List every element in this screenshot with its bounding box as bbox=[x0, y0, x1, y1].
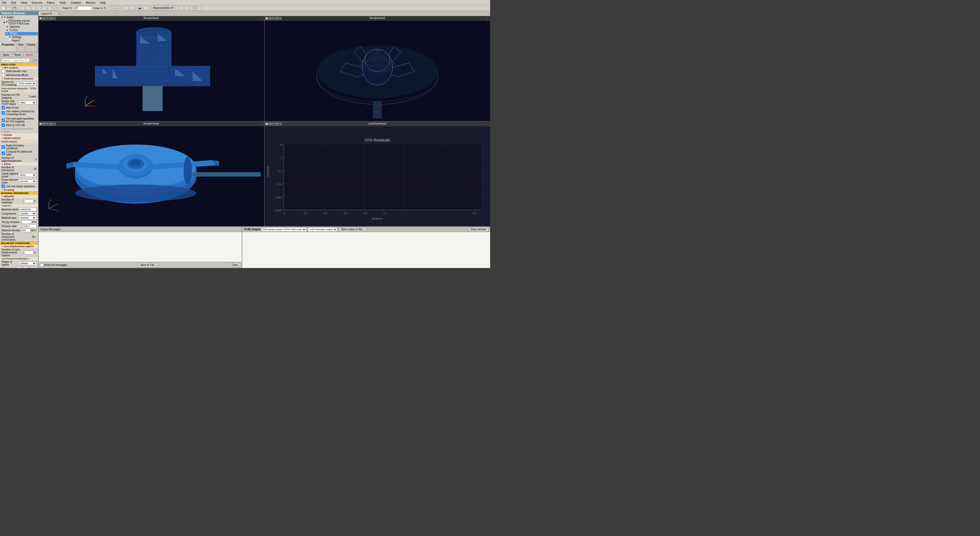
remove-connection-btn[interactable]: - bbox=[35, 235, 37, 239]
prev-btn[interactable]: ◀ bbox=[31, 6, 36, 10]
deformed-solid-checkbox[interactable] bbox=[2, 152, 5, 155]
apply-button[interactable]: Apply bbox=[1, 52, 11, 57]
save-btn[interactable]: 💾 bbox=[12, 6, 17, 10]
tree-item-tcfd[interactable]: 👁 TCFD1 bbox=[5, 29, 38, 32]
rv3-btn4[interactable]: ⚙ bbox=[49, 122, 52, 125]
interact-btn[interactable]: ✖ bbox=[179, 6, 183, 10]
prev-frame-btn[interactable]: ◀◀ bbox=[25, 6, 30, 10]
refresh-icon[interactable]: 🔄 bbox=[30, 58, 33, 62]
rv4-btn4[interactable]: ⚙ bbox=[275, 122, 278, 125]
camera-btn[interactable]: 📷 bbox=[138, 6, 142, 10]
map-forces-checkbox[interactable] bbox=[2, 106, 5, 109]
open-btn[interactable]: 📂 bbox=[6, 6, 11, 10]
rv3-btn1[interactable]: 🔄 bbox=[39, 122, 42, 125]
source-fsi-select[interactable]: TCFD results bbox=[17, 81, 37, 85]
render-view-1[interactable]: 🔄 ⊞ 📷 ⚙ ? RenderView1 bbox=[38, 16, 264, 121]
layout-tab-close-icon[interactable]: ✕ bbox=[53, 12, 56, 15]
reset-button[interactable]: Reset bbox=[12, 52, 23, 57]
tcae-file-select[interactable]: FDA-pump-coarse-TCFD+TFEA.tcae bbox=[262, 227, 306, 232]
zoom-in-btn[interactable]: 🔍 bbox=[111, 6, 115, 10]
origin-x-input[interactable] bbox=[16, 267, 22, 268]
fea-subsection[interactable]: FEA analysis bbox=[0, 66, 38, 69]
tcae-clear-window-button[interactable]: Clear window bbox=[468, 227, 488, 232]
loop-btn[interactable]: 🔄 bbox=[53, 6, 57, 10]
output-messages-content[interactable] bbox=[38, 232, 242, 262]
materials-subsection[interactable]: Materials bbox=[0, 195, 38, 198]
tree-item-tmesh[interactable]: 👁 TMESH1 bbox=[5, 25, 38, 29]
tree-item-settings[interactable]: ⚙ Settings bbox=[8, 35, 38, 39]
tree-item-report[interactable]: 📊 Report bbox=[8, 39, 38, 42]
rv2-btn4[interactable]: ⚙ bbox=[275, 17, 278, 20]
rv1-btn2[interactable]: ⊞ bbox=[43, 17, 46, 20]
youngs-input[interactable] bbox=[21, 220, 32, 224]
rv3-btn3[interactable]: 📷 bbox=[46, 122, 49, 125]
remove-zero-disp-btn[interactable]: - bbox=[35, 251, 37, 254]
play-btn[interactable]: ▶ bbox=[37, 6, 41, 10]
rv1-btn1[interactable]: 🔄 bbox=[39, 17, 42, 20]
menu-sources[interactable]: Sources bbox=[31, 1, 43, 4]
render-view-2[interactable]: 🔄 ⊞ 📷 ⚙ ? RenderView2 bbox=[265, 16, 490, 121]
last-frame-btn[interactable]: ▶| bbox=[48, 6, 52, 10]
tcae-processor-select[interactable]: CAE Processor output bbox=[308, 227, 337, 232]
search-input[interactable] bbox=[1, 58, 30, 62]
representation-dropdown[interactable]: Representation ▼ bbox=[151, 6, 176, 10]
apply-bc-checkbox[interactable] bbox=[2, 145, 5, 149]
solver-subsection[interactable]: Solver bbox=[0, 163, 38, 166]
rv3-btn2[interactable]: ⊞ bbox=[43, 122, 46, 125]
render-view-3[interactable]: 🔄 ⊞ 📷 ⚙ ? RenderView3 bbox=[38, 122, 264, 227]
rv4-btn5[interactable]: ? bbox=[279, 122, 282, 125]
new-btn[interactable]: 📄 bbox=[1, 6, 6, 10]
avg-quantities-checkbox[interactable] bbox=[2, 119, 5, 122]
rv2-btn2[interactable]: ⊞ bbox=[269, 17, 272, 20]
material-name-input[interactable] bbox=[18, 208, 37, 211]
menu-file[interactable]: File bbox=[1, 1, 7, 4]
non-linear-checkbox[interactable] bbox=[2, 185, 5, 188]
origin-y-input[interactable] bbox=[22, 267, 29, 268]
interact2-btn[interactable]: ✖ bbox=[184, 6, 189, 10]
first-frame-btn[interactable]: |◀ bbox=[20, 6, 25, 10]
tab-display[interactable]: Display bbox=[25, 43, 37, 52]
modal-subsection[interactable]: Modal analysis bbox=[0, 136, 38, 140]
num-materials-input[interactable] bbox=[23, 199, 33, 203]
settings-btn[interactable]: ⚙ bbox=[198, 6, 202, 10]
menu-edit[interactable]: Edit bbox=[10, 1, 17, 4]
undo-btn[interactable]: ↩ bbox=[124, 6, 129, 10]
add-layout-tab-btn[interactable]: + bbox=[58, 11, 62, 16]
screenshot-btn[interactable]: 🖼 bbox=[143, 6, 148, 10]
add-zero-disp-btn[interactable]: + bbox=[33, 251, 35, 254]
poisson-input[interactable] bbox=[26, 224, 37, 228]
menu-filters[interactable]: Filters bbox=[46, 1, 56, 4]
tab-properties[interactable]: Properties bbox=[0, 43, 16, 52]
rv4-btn2[interactable]: ⊞ bbox=[269, 122, 272, 125]
tcae-output-content[interactable] bbox=[242, 232, 490, 268]
menu-view[interactable]: View bbox=[20, 1, 28, 4]
origin-z-input[interactable] bbox=[29, 267, 37, 268]
linear-algebra-select[interactable]: direct bbox=[19, 173, 37, 177]
scripting-subsection[interactable]: Scripting bbox=[0, 188, 38, 192]
save-csv-checkbox[interactable] bbox=[2, 124, 5, 127]
tree-item-builtin[interactable]: ▼ 👁 builtin: bbox=[0, 16, 38, 19]
menu-catalyst[interactable]: Catalyst bbox=[70, 1, 82, 4]
clear-output-button[interactable]: Clear bbox=[229, 263, 240, 268]
frame-input[interactable] bbox=[76, 6, 92, 10]
menu-tools[interactable]: Tools bbox=[59, 1, 67, 4]
rv2-btn5[interactable]: ? bbox=[279, 17, 282, 20]
zero-displacement-subsection[interactable]: Zero displacement regions bbox=[0, 245, 38, 248]
rv2-btn1[interactable]: 🔄 bbox=[265, 17, 268, 20]
num-zero-disp-input[interactable] bbox=[23, 251, 33, 254]
rv2-btn3[interactable]: 📷 bbox=[272, 17, 275, 20]
thermal-effects-radio[interactable] bbox=[2, 73, 5, 77]
rv1-btn4[interactable]: ⚙ bbox=[49, 17, 52, 20]
tcae-save-button[interactable]: Save output to file... bbox=[339, 227, 366, 232]
delete-button[interactable]: Delete bbox=[24, 52, 35, 57]
pin-icon[interactable]: 📌 bbox=[34, 58, 37, 62]
density-input[interactable] bbox=[20, 228, 31, 232]
render-view-4[interactable]: 🔄 ⊞ 📷 ⚙ ? LineChartView1 CFD Residuals bbox=[265, 122, 490, 227]
tree-item-fda[interactable]: ▶ 👁 FDA-pump-coarse-TCFD+TFEA.tcae bbox=[3, 19, 38, 25]
tree-item-tfea[interactable]: 👁 TFEA1 bbox=[5, 32, 38, 35]
rotate-select[interactable]: static bbox=[19, 101, 37, 105]
rv1-btn5[interactable]: ? bbox=[52, 17, 56, 20]
gravity-subsection[interactable]: Gravity bbox=[0, 133, 38, 136]
rv3-btn5[interactable]: ? bbox=[52, 122, 56, 125]
shape-select[interactable]: cylinder bbox=[19, 262, 37, 265]
